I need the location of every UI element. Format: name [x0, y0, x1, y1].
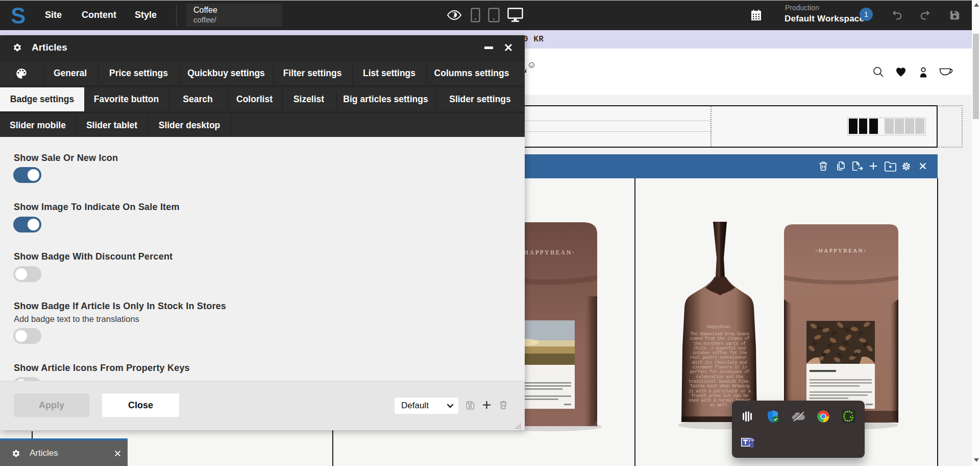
svg-text:Happybean: Happybean: [707, 324, 730, 330]
svg-text:◦HAPPYBEAN◦: ◦HAPPYBEAN◦: [815, 247, 867, 253]
svg-text:HAPPYBEAN◦: HAPPYBEAN◦: [524, 249, 575, 256]
